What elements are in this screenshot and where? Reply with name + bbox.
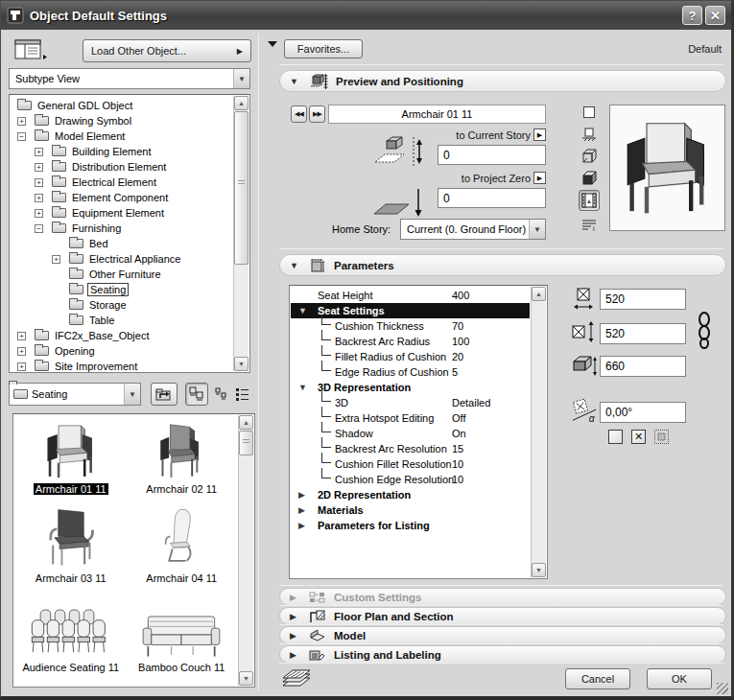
param-value[interactable]: On	[452, 428, 466, 439]
preview-mode-3d-shaded[interactable]	[579, 169, 600, 188]
param-value[interactable]: 10	[452, 458, 463, 470]
param-value[interactable]: Detailed	[452, 397, 490, 408]
tree-item-storage[interactable]: Storage	[12, 297, 232, 313]
preview-mode-3d-wireframe[interactable]	[579, 147, 600, 166]
resize-grip[interactable]	[717, 683, 728, 694]
tree-item-ifc2x-base-object[interactable]: +IFC2x_Base_Object	[12, 328, 232, 343]
param-row-materials[interactable]: ▶Materials	[291, 502, 530, 518]
collapse-icon[interactable]: −	[17, 132, 26, 141]
cancel-button[interactable]: Cancel	[565, 668, 630, 689]
tree-item-equipment-element[interactable]: +Equipment Element	[12, 205, 232, 221]
tree-item-label[interactable]: Equipment Element	[70, 207, 166, 219]
tri-expanded-icon[interactable]: ▼	[298, 383, 307, 392]
param-value[interactable]: 15	[452, 443, 463, 455]
tree-item-label[interactable]: Distribution Element	[70, 161, 168, 173]
param-row-cushion-edge-resolution[interactable]: Cushion Edge Resolution10	[291, 472, 530, 487]
tree-item-element-component[interactable]: +Element Component	[12, 190, 232, 205]
panel-collapse-arrow-icon[interactable]	[268, 41, 277, 47]
story-flyout-button[interactable]: ▶	[533, 128, 546, 141]
expand-icon[interactable]: +	[17, 347, 26, 356]
scroll-up-button[interactable]: ▲	[532, 287, 546, 301]
preview-mode-2d-symbol[interactable]	[579, 103, 600, 122]
collapse-icon[interactable]: −	[35, 224, 43, 233]
tree-item-label[interactable]: Site Improvement	[53, 361, 139, 372]
tree-item-distribution-element[interactable]: +Distribution Element	[12, 159, 232, 175]
param-value[interactable]: 10	[452, 474, 463, 485]
tree-item-furnishing[interactable]: −Furnishing	[12, 221, 232, 236]
placement-checkbox-1[interactable]	[608, 430, 623, 444]
tree-item-label[interactable]: IFC2x_Base_Object	[53, 330, 151, 341]
param-row-2d-representation[interactable]: ▶2D Representation	[291, 487, 530, 502]
library-item-audience-seating-11[interactable]: Audience Seating 11	[15, 596, 127, 685]
preview-mode-preview-picture[interactable]	[579, 190, 600, 211]
tree-scrollbar[interactable]: ▲ ▼	[233, 96, 249, 371]
tree-item-label[interactable]: Drawing Symbol	[53, 115, 133, 127]
project-zero-flyout-button[interactable]: ▶	[533, 172, 546, 184]
library-item-armchair-01-11[interactable]: Armchair 01 11	[15, 418, 127, 506]
tree-item-building-element[interactable]: +Building Element	[12, 144, 232, 159]
expand-icon[interactable]: +	[35, 148, 43, 156]
expand-icon[interactable]: +	[17, 362, 26, 371]
param-row-edge-radius-of-cushion[interactable]: Edge Radius of Cushion5	[291, 364, 530, 380]
view-small-icons-button[interactable]	[210, 383, 233, 406]
scrollbar-thumb[interactable]	[234, 111, 249, 265]
tree-item-table[interactable]: Table	[12, 313, 232, 328]
to-current-story-input[interactable]	[438, 145, 546, 165]
tree-item-seating[interactable]: Seating	[12, 282, 232, 297]
dialog-layout-icon[interactable]	[14, 39, 49, 60]
expand-icon[interactable]: +	[35, 163, 43, 172]
load-other-object-button[interactable]: Load Other Object... ▶	[83, 39, 251, 62]
param-value[interactable]: 400	[452, 290, 469, 301]
layers-icon[interactable]	[281, 666, 312, 689]
favorites-button[interactable]: Favorites...	[284, 39, 363, 58]
preview-mode-front-view[interactable]	[579, 125, 600, 144]
tri-collapsed-icon[interactable]: ▶	[298, 521, 305, 530]
tree-item-electrical-element[interactable]: +Electrical Element	[12, 175, 232, 190]
tree-item-label[interactable]: Element Component	[70, 192, 170, 203]
current-folder-select[interactable]: Seating ▼	[9, 383, 141, 406]
section-floor-plan-and-section[interactable]: ▶ Floor Plan and Section	[279, 607, 726, 625]
scrollbar-thumb[interactable]	[239, 431, 253, 455]
tree-item-label[interactable]: Electrical Appliance	[87, 253, 182, 265]
dimension-width-input[interactable]	[600, 289, 686, 310]
tree-item-label[interactable]: Model Element	[53, 130, 127, 142]
tri-collapsed-icon[interactable]: ▶	[298, 505, 305, 515]
close-button[interactable]: ✕	[705, 6, 725, 25]
tree-item-model-element[interactable]: −Model Element	[12, 128, 232, 144]
dimension-depth-input[interactable]	[600, 323, 686, 344]
expand-icon[interactable]: +	[35, 194, 43, 202]
param-row-seat-height[interactable]: Seat Height400	[291, 288, 530, 303]
subtype-view-select[interactable]: Subtype View ▼	[9, 68, 250, 89]
home-story-select[interactable]: Current (0. Ground Floor) ▼	[400, 219, 546, 240]
scroll-down-button[interactable]: ▼	[239, 671, 253, 686]
tree-item-label[interactable]: Furnishing	[70, 222, 123, 234]
next-object-button[interactable]: ▶▶	[309, 105, 325, 123]
placement-checkbox-2-checked[interactable]: ✕	[631, 430, 646, 444]
library-item-bamboo-couch-11[interactable]: Bamboo Couch 11	[127, 596, 238, 685]
title-bar[interactable]: Object Default Settings ? ✕	[1, 1, 731, 30]
preview-mode-description[interactable]: i	[579, 216, 600, 235]
tree-item-other-furniture[interactable]: Other Furniture	[12, 267, 232, 282]
tri-collapsed-icon[interactable]: ▶	[298, 490, 305, 500]
expand-icon[interactable]: +	[35, 178, 43, 187]
tree-item-label[interactable]: Table	[87, 315, 116, 326]
tree-item-label[interactable]: General GDL Object	[36, 100, 134, 111]
library-item-armchair-02-11[interactable]: Armchair 02 11	[127, 418, 238, 506]
tree-item-bed[interactable]: Bed	[12, 236, 232, 251]
to-project-zero-input[interactable]	[438, 188, 546, 208]
param-value[interactable]: 70	[452, 320, 463, 332]
tree-item-drawing-symbol[interactable]: +Drawing Symbol	[12, 113, 232, 128]
scroll-up-button[interactable]: ▲	[239, 415, 253, 430]
section-preview-and-positioning[interactable]: ▼ Preview and Positioning	[279, 70, 726, 92]
previous-object-button[interactable]: ◀◀	[291, 105, 307, 123]
param-value[interactable]: Off	[452, 412, 465, 424]
param-value[interactable]: 5	[452, 366, 458, 378]
help-button[interactable]: ?	[682, 6, 702, 25]
section-listing-and-labeling[interactable]: ▶ Listing and Labeling	[279, 645, 726, 664]
library-item-armchair-03-11[interactable]: Armchair 03 11	[15, 507, 127, 595]
view-details-button[interactable]	[231, 383, 254, 406]
scroll-up-button[interactable]: ▲	[234, 96, 249, 110]
tree-item-opening[interactable]: +Opening	[12, 343, 232, 359]
parameter-scrollbar[interactable]: ▲ ▼	[531, 287, 546, 577]
expand-icon[interactable]: +	[17, 332, 26, 340]
